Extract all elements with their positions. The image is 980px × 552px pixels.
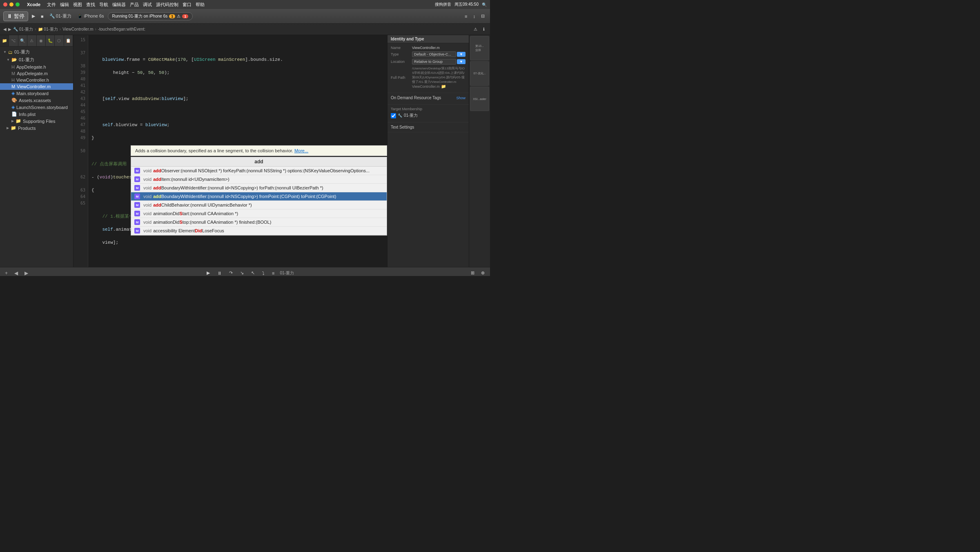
warning-nav-icon[interactable]: ⚠: [27, 35, 36, 46]
navigator-toggle[interactable]: ≡: [463, 13, 469, 20]
file-main-storyboard[interactable]: ◈ Main.storyboard: [0, 90, 73, 97]
folder-label: 01-重力: [19, 57, 34, 63]
location-row: Location Relative to Group ▼: [391, 59, 466, 65]
type-select-button[interactable]: ▼: [457, 52, 466, 57]
open-in-finder-button[interactable]: 📁: [441, 84, 446, 89]
ac-return-type: void: [143, 228, 151, 233]
ac-item-6[interactable]: M void animationDidStop:(nonnull CAAnima…: [131, 218, 387, 227]
utility-toggle[interactable]: ⊟: [479, 13, 487, 20]
input-method[interactable]: 搜狗拼音: [435, 2, 451, 7]
menu-help[interactable]: 帮助: [196, 2, 205, 8]
file-appdelegate-h[interactable]: H AppDelegate.h: [0, 64, 73, 70]
ac-item-0[interactable]: M void addObserver:(nonnull NSObject *) …: [131, 167, 387, 175]
ac-item-3[interactable]: M void addBoundaryWithIdentifier:(nonnul…: [131, 192, 387, 201]
tree-group-main[interactable]: ▼ 📂 01-重力: [0, 56, 73, 64]
forward-button[interactable]: ▶: [23, 269, 30, 276]
info-button[interactable]: ℹ: [481, 26, 487, 32]
breadcrumb-file[interactable]: ViewController.m: [62, 27, 93, 31]
location-select-button[interactable]: ▼: [457, 59, 466, 64]
menu-edit[interactable]: 编辑: [60, 2, 69, 8]
ac-item-7[interactable]: M void accessibility ElementDidLoseFocus: [131, 227, 387, 235]
view-toggle-button[interactable]: ⊞: [469, 269, 477, 276]
show-tags-button[interactable]: Show: [456, 96, 466, 100]
debug-play-button[interactable]: ▶: [205, 269, 212, 276]
ac-return-type: void: [143, 177, 151, 182]
debug-nav-icon[interactable]: 🐛: [46, 35, 55, 46]
main-layout: 📁 ⌥ 🔍 ⚠ ◉ 🐛 ⬡ 📋 ▼ 🗂 01-重力 ▼ 📂 01-重力 H Ap…: [0, 35, 490, 267]
menu-find[interactable]: 查找: [86, 2, 95, 8]
report-nav-icon[interactable]: 📋: [64, 35, 73, 46]
related-files-button[interactable]: ⚠: [472, 26, 479, 32]
minimize-button[interactable]: [9, 2, 13, 7]
ac-item-1[interactable]: M void addItem:(nonnull id<UIDynamicItem…: [131, 175, 387, 184]
menu-debug[interactable]: 调试: [143, 2, 152, 8]
folder-supporting[interactable]: ▶ 📁 Supporting Files: [0, 118, 73, 125]
device-button[interactable]: 📱 iPhone 6s: [75, 13, 106, 20]
breadcrumb-group[interactable]: 📁 01-重力: [38, 27, 58, 32]
debug-step-over-button[interactable]: ↷: [227, 269, 235, 276]
autocomplete-list[interactable]: add M void addObserver:(nonnull NSObject…: [131, 157, 387, 236]
menu-navigate[interactable]: 导航: [99, 2, 108, 8]
menu-view[interactable]: 视图: [73, 2, 82, 8]
file-viewcontroller-h[interactable]: H ViewController.h: [0, 77, 73, 83]
location-value[interactable]: Relative to Group: [412, 59, 456, 65]
nav-btn-back[interactable]: ◀: [3, 27, 7, 31]
thumb-item-0[interactable]: 第13...业班: [470, 36, 489, 60]
file-assets[interactable]: 🎨 Assets.xcassets: [0, 97, 73, 104]
bottom-center: ▶ ⏸ ↷ ↘ ↖ ⤵ ≡ 01-重力: [33, 269, 466, 276]
breakpoint-nav-icon[interactable]: ⬡: [55, 35, 64, 46]
project-icon: 🗂: [8, 50, 13, 55]
symbol-nav-icon[interactable]: ⌥: [9, 35, 18, 46]
ac-return-type: void: [143, 220, 151, 225]
file-launchscreen[interactable]: ◈ LaunchScreen.storyboard: [0, 104, 73, 111]
pause-button[interactable]: ⏸ 暂停: [3, 11, 28, 21]
debug-step-in-button[interactable]: ↘: [238, 269, 246, 276]
file-infoplist[interactable]: 📄 Info.plist: [0, 111, 73, 118]
menu-file[interactable]: 文件: [47, 2, 56, 8]
run-button[interactable]: ▶: [30, 13, 37, 20]
target-checkbox[interactable]: [391, 113, 396, 118]
find-nav-icon[interactable]: 🔍: [18, 35, 27, 46]
debug-thread-button[interactable]: ≡: [270, 270, 276, 276]
debug-step-button[interactable]: ⤵: [260, 270, 267, 276]
add-file-button[interactable]: +: [3, 269, 9, 276]
maximize-button[interactable]: [16, 2, 20, 7]
file-viewcontroller-m[interactable]: M ViewController.m: [0, 83, 73, 90]
test-nav-icon[interactable]: ◉: [37, 35, 46, 46]
close-button[interactable]: [3, 2, 7, 7]
folder-products[interactable]: ▶ 📁 Products: [0, 125, 73, 131]
file-m-icon: M: [11, 84, 15, 89]
thumb-item-1[interactable]: 07-优化...: [470, 61, 489, 86]
debug-step-out-button[interactable]: ↖: [249, 269, 257, 276]
menu-window[interactable]: 窗口: [183, 2, 192, 8]
debug-toggle[interactable]: ↕: [471, 13, 478, 20]
zoom-button[interactable]: ⊕: [479, 269, 487, 276]
code-editor[interactable]: 15 37 38 39 40 41 42 43 44 45 46 47 48 4…: [74, 35, 387, 267]
nav-btn-forward[interactable]: ▶: [8, 27, 11, 31]
menu-source-control[interactable]: 源代码控制: [156, 2, 178, 8]
file-navigator: 📁 ⌥ 🔍 ⚠ ◉ 🐛 ⬡ 📋 ▼ 🗂 01-重力 ▼ 📂 01-重力 H Ap…: [0, 35, 74, 267]
folder-label: Supporting Files: [23, 119, 56, 124]
scheme-button[interactable]: 🔧 01-重力: [47, 12, 74, 20]
debug-pause-button[interactable]: ⏸: [215, 270, 224, 276]
tree-root[interactable]: ▼ 🗂 01-重力: [0, 48, 73, 56]
menu-editor[interactable]: 编辑器: [112, 2, 126, 8]
type-value[interactable]: Default - Objective-C...: [412, 51, 456, 57]
search-icon[interactable]: 🔍: [482, 2, 487, 7]
ac-item-5[interactable]: M void animationDidStart:(nonnull CAAnim…: [131, 209, 387, 218]
products-label: Products: [18, 126, 36, 131]
thumb-item-2[interactable]: XSI...aster: [470, 87, 489, 111]
ac-return-type: void: [143, 194, 151, 199]
ac-item-4[interactable]: M void addChildBehavior:(nonnull UIDynam…: [131, 201, 387, 209]
menu-product[interactable]: 产品: [130, 2, 139, 8]
ac-item-2[interactable]: M void addBoundaryWithIdentifier:(nonnul…: [131, 184, 387, 192]
breadcrumb-scheme[interactable]: 🔧 01-重力: [13, 27, 33, 32]
back-button[interactable]: ◀: [13, 269, 20, 276]
debug-branch: 01-重力: [280, 270, 294, 276]
code-editor-area: 15 37 38 39 40 41 42 43 44 45 46 47 48 4…: [74, 35, 387, 267]
file-appdelegate-m[interactable]: M AppDelegate.m: [0, 70, 73, 77]
stop-button[interactable]: ■: [39, 13, 46, 20]
breadcrumb-method[interactable]: -touchesBegan:withEvent:: [98, 27, 145, 31]
file-nav-icon[interactable]: 📁: [0, 35, 9, 46]
ac-text: animationDidStart:(nonnull CAAnimation *…: [153, 211, 238, 216]
